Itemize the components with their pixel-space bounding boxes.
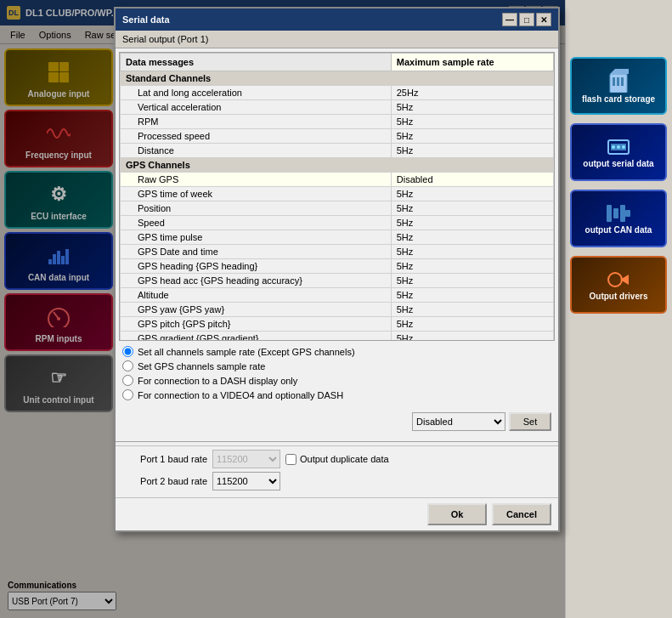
rate-cell: 5Hz xyxy=(391,144,553,158)
port2-baud-label: Port 2 baud rate xyxy=(122,476,207,486)
message-cell: GPS yaw {GPS yaw} xyxy=(121,303,392,317)
right-panel: flash card storage output serial data ou… xyxy=(565,0,672,618)
message-cell: GPS gradient {GPS gradient} xyxy=(121,332,392,342)
ok-button[interactable]: Ok xyxy=(427,503,487,525)
message-cell: Raw GPS xyxy=(121,173,392,187)
rate-cell: 5Hz xyxy=(391,259,553,274)
radio-label-set-all-channels: Set all channels sample rate (Except GPS… xyxy=(138,347,355,357)
message-cell: Lat and long acceleration xyxy=(121,86,392,100)
table-row[interactable]: GPS Date and time5Hz xyxy=(121,245,554,259)
radio-section: Set all channels sample rate (Except GPS… xyxy=(119,341,555,409)
table-row[interactable]: GPS pitch {GPS pitch}5Hz xyxy=(121,317,554,332)
table-row[interactable]: GPS Channels xyxy=(121,158,554,173)
right-btn-label-output-drivers: Output drivers xyxy=(590,292,648,301)
table-row[interactable]: GPS heading {GPS heading}5Hz xyxy=(121,259,554,274)
dropdown-row: Disabled 5Hz 10Hz 25Hz 50Hz 100Hz Set xyxy=(119,409,555,434)
table-row[interactable]: Standard Channels xyxy=(121,71,554,86)
message-cell: Vertical acceleration xyxy=(121,100,392,115)
rate-cell: 25Hz xyxy=(391,86,553,100)
table-row[interactable]: Speed5Hz xyxy=(121,216,554,230)
data-messages-table: Data messages Maximum sample rate Standa… xyxy=(120,53,554,341)
message-cell: GPS pitch {GPS pitch} xyxy=(121,317,392,332)
table-row[interactable]: GPS gradient {GPS gradient}5Hz xyxy=(121,332,554,342)
radio-set-all-channels[interactable] xyxy=(122,346,133,357)
table-row[interactable]: Position5Hz xyxy=(121,201,554,216)
rate-cell: 5Hz xyxy=(391,288,553,303)
table-row[interactable]: Raw GPSDisabled xyxy=(121,173,554,187)
dialog-title-buttons: — □ ✕ xyxy=(502,13,551,26)
separator-line xyxy=(116,441,558,442)
dialog-maximize-button[interactable]: □ xyxy=(519,13,534,26)
table-row[interactable]: GPS head acc {GPS heading accuracy}5Hz xyxy=(121,274,554,288)
right-btn-flash-card-storage[interactable]: flash card storage xyxy=(570,57,667,115)
rate-cell: 5Hz xyxy=(391,129,553,144)
table-row[interactable]: Vertical acceleration5Hz xyxy=(121,100,554,115)
dialog-subtitle: Serial output (Port 1) xyxy=(116,31,558,48)
table-row[interactable]: Altitude5Hz xyxy=(121,288,554,303)
table-row[interactable]: Lat and long acceleration25Hz xyxy=(121,86,554,100)
radio-row-set-all: Set all channels sample rate (Except GPS… xyxy=(122,346,551,357)
svg-rect-20 xyxy=(625,210,630,217)
right-btn-output-can-data[interactable]: output CAN data xyxy=(570,190,667,247)
output-duplicate-checkbox[interactable] xyxy=(285,454,296,465)
rate-cell: 5Hz xyxy=(391,100,553,115)
dialog-close-button[interactable]: ✕ xyxy=(536,13,551,26)
can-icon xyxy=(607,203,630,225)
message-cell: Position xyxy=(121,201,392,216)
radio-for-dash-display[interactable] xyxy=(122,375,133,386)
table-row[interactable]: GPS time pulse5Hz xyxy=(121,230,554,245)
svg-rect-17 xyxy=(607,205,612,222)
sd-card-icon xyxy=(608,69,629,94)
radio-row-set-gps: Set GPS channels sample rate xyxy=(122,360,551,371)
right-btn-label-output-serial-data: output serial data xyxy=(583,159,653,168)
cancel-button[interactable]: Cancel xyxy=(492,503,551,525)
message-cell: GPS heading {GPS heading} xyxy=(121,259,392,274)
message-cell: Processed speed xyxy=(121,129,392,144)
message-cell: GPS Date and time xyxy=(121,245,392,259)
port1-baud-select[interactable]: 115200 9600 19200 38400 57600 230400 xyxy=(212,450,280,468)
svg-marker-8 xyxy=(610,69,629,74)
port2-baud-row: Port 2 baud rate 115200 9600 19200 38400… xyxy=(122,472,551,490)
rate-cell: 5Hz xyxy=(391,216,553,230)
data-table-wrapper[interactable]: Data messages Maximum sample rate Standa… xyxy=(119,52,555,341)
port2-baud-select[interactable]: 115200 9600 19200 38400 57600 230400 xyxy=(212,472,280,490)
dialog-minimize-button[interactable]: — xyxy=(502,13,517,26)
right-btn-output-drivers[interactable]: Output drivers xyxy=(570,256,667,314)
message-cell: RPM xyxy=(121,115,392,129)
svg-rect-18 xyxy=(613,208,618,218)
section-header-cell: Standard Channels xyxy=(121,71,554,86)
rate-cell: 5Hz xyxy=(391,115,553,129)
radio-row-for-dash: For connection to a DASH display only xyxy=(122,375,551,386)
rate-cell: 5Hz xyxy=(391,201,553,216)
sample-rate-dropdown[interactable]: Disabled 5Hz 10Hz 25Hz 50Hz 100Hz xyxy=(412,412,505,431)
baud-section: Port 1 baud rate 115200 9600 19200 38400… xyxy=(116,445,558,497)
table-row[interactable]: Processed speed5Hz xyxy=(121,129,554,144)
radio-for-video4[interactable] xyxy=(122,389,133,400)
right-btn-label-flash-card-storage: flash card storage xyxy=(582,94,655,104)
svg-rect-10 xyxy=(617,77,619,86)
svg-rect-9 xyxy=(613,77,615,86)
dialog-titlebar: Serial data — □ ✕ xyxy=(116,9,558,31)
rate-cell: 5Hz xyxy=(391,317,553,332)
port1-baud-label: Port 1 baud rate xyxy=(122,454,207,464)
dialog-title: Serial data xyxy=(122,14,170,25)
rate-cell: 5Hz xyxy=(391,332,553,342)
right-btn-label-output-can-data: output CAN data xyxy=(585,225,652,235)
message-cell: Distance xyxy=(121,144,392,158)
svg-rect-11 xyxy=(621,77,624,86)
radio-label-set-gps-channels: Set GPS channels sample rate xyxy=(138,361,265,371)
serial-data-dialog: Serial data — □ ✕ Serial output (Port 1)… xyxy=(114,7,560,532)
set-button[interactable]: Set xyxy=(509,412,551,431)
table-row[interactable]: GPS yaw {GPS yaw}5Hz xyxy=(121,303,554,317)
svg-rect-19 xyxy=(620,205,625,222)
port1-baud-row: Port 1 baud rate 115200 9600 19200 38400… xyxy=(122,450,551,468)
table-row[interactable]: RPM5Hz xyxy=(121,115,554,129)
message-cell: GPS head acc {GPS heading accuracy} xyxy=(121,274,392,288)
radio-set-gps-channels[interactable] xyxy=(122,360,133,371)
svg-point-21 xyxy=(608,273,622,286)
right-btn-output-serial-data[interactable]: output serial data xyxy=(570,123,667,181)
table-row[interactable]: Distance5Hz xyxy=(121,144,554,158)
col-header-data-messages: Data messages xyxy=(121,54,392,71)
table-row[interactable]: GPS time of week5Hz xyxy=(121,187,554,201)
radio-label-for-video4: For connection to a VIDEO4 and optionall… xyxy=(138,390,343,400)
